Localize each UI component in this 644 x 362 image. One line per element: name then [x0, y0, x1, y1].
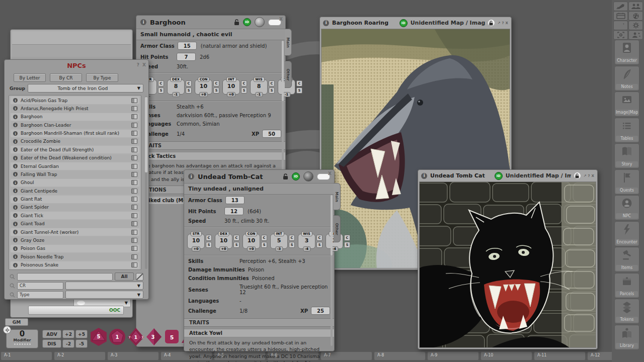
gear-icon[interactable] [628, 21, 643, 30]
list-item[interactable]: iGiant Tunnel-Ant (worker) [11, 228, 139, 236]
ability-score-box[interactable]: INT5-3 [270, 234, 288, 249]
sidebar-item-quests[interactable]: Quests [614, 169, 639, 195]
link-icon[interactable] [131, 230, 137, 235]
plus2-button[interactable]: +2 [62, 330, 74, 338]
list-item[interactable]: iAcid/Poison Gas Trap [11, 97, 139, 104]
help-icon[interactable]: ? [502, 21, 504, 25]
sidebar-item-imagemap[interactable]: Image|Map [614, 92, 639, 117]
person-sparkle-icon[interactable] [628, 30, 643, 40]
xp-value[interactable]: 25 [311, 307, 330, 315]
modifier-box[interactable]: 0 Modifier [6, 329, 38, 348]
info-icon[interactable]: i [13, 172, 18, 176]
trait-name[interactable]: Attack Yowl [184, 329, 334, 337]
window-titlebar[interactable]: i Barghoon ID [136, 16, 285, 29]
window-titlebar[interactable]: i Undead Tomb Cat ID Unidentified Map / … [418, 170, 597, 182]
target-icon[interactable] [613, 30, 628, 40]
save-button[interactable]: S [269, 87, 275, 94]
sidebar-item-parcels[interactable]: Parcels [614, 273, 639, 298]
check-button[interactable]: C [344, 235, 350, 241]
link-icon[interactable] [131, 172, 137, 177]
d12-die[interactable]: 1 [108, 327, 126, 347]
check-button[interactable]: C [296, 80, 302, 86]
close-icon[interactable]: X [142, 62, 146, 67]
cr-filter-input[interactable]: CR [17, 282, 63, 290]
tab-other[interactable]: Other [334, 215, 341, 242]
link-icon[interactable] [131, 238, 137, 243]
d8-die[interactable]: 3 [145, 327, 163, 347]
link-icon[interactable] [131, 164, 137, 169]
save-button[interactable]: S [316, 242, 323, 248]
ability-score-box[interactable]: DEX10+0 [215, 234, 232, 249]
type-filter-input[interactable]: Type [17, 291, 63, 299]
scrollbar-thumb[interactable] [145, 97, 147, 172]
edit-toggle-icon[interactable] [136, 273, 143, 281]
save-button[interactable]: S [296, 87, 302, 94]
chat-window-header[interactable] [12, 31, 131, 45]
tab-main[interactable]: Main [334, 183, 341, 210]
check-button[interactable]: C [206, 235, 212, 241]
info-icon[interactable]: i [13, 115, 18, 119]
list-item[interactable]: iEater of the Dead (full Strength) [11, 146, 139, 153]
link-icon[interactable] [131, 123, 137, 128]
link-icon[interactable] [131, 106, 137, 111]
list-item[interactable]: iGiant Toad [11, 220, 139, 228]
group-dropdown[interactable]: Tomb of the Iron God ▼ [28, 84, 143, 93]
lock-icon[interactable] [574, 172, 581, 179]
identified-badge-icon[interactable]: ID [243, 18, 251, 26]
link-icon[interactable] [131, 139, 137, 144]
armor-class-value[interactable]: 15 [178, 42, 197, 50]
info-icon[interactable]: i [13, 197, 18, 202]
check-button[interactable]: C [289, 235, 295, 241]
trait-name[interactable]: Pack Tactics [136, 152, 285, 160]
list-item[interactable]: iBarghoon [11, 113, 139, 121]
info-icon[interactable]: i [13, 246, 18, 251]
check-button[interactable]: C [241, 80, 247, 86]
link-icon[interactable] [131, 114, 137, 119]
hotkey-slot[interactable]: A-2 [54, 351, 106, 360]
sidebar-item-tables[interactable]: Tables [614, 118, 639, 143]
d20-die[interactable]: 5 [90, 327, 108, 347]
link-icon[interactable] [131, 155, 137, 160]
ability-score-box[interactable]: INT10+0 [222, 79, 240, 95]
save-button[interactable]: S [289, 242, 295, 248]
palette-icon[interactable] [628, 11, 643, 21]
info-icon[interactable]: i [13, 123, 18, 127]
sidebar-item-encounter[interactable]: Encounter [614, 221, 639, 246]
save-button[interactable]: S [206, 242, 212, 248]
link-icon[interactable] [131, 180, 137, 185]
hotkey-slot[interactable]: A-1 [1, 351, 52, 360]
expand-icon[interactable]: ↗ [584, 174, 587, 178]
search-input[interactable] [17, 273, 113, 281]
list-item[interactable]: iGiant Rat [11, 196, 139, 203]
info-icon[interactable]: i [13, 139, 18, 144]
ooc-mode-label[interactable]: OOC [109, 308, 120, 313]
list-item[interactable]: iGiant Centipede [11, 187, 139, 195]
link-icon[interactable] [131, 205, 137, 210]
plus5-button[interactable]: +5 [75, 330, 88, 338]
close-icon[interactable]: X [279, 17, 283, 22]
calendar-icon[interactable] [613, 11, 628, 21]
check-button[interactable]: C [213, 80, 219, 86]
advantage-button[interactable]: ADV [42, 330, 61, 338]
help-icon[interactable]: ? [137, 62, 139, 67]
info-icon[interactable]: i [13, 164, 18, 168]
info-icon[interactable]: i [13, 106, 18, 111]
info-icon[interactable]: i [13, 147, 18, 152]
list-item[interactable]: iBarghoon Clan-Leader [11, 121, 139, 129]
ability-score-box[interactable]: CON10+0 [243, 234, 260, 249]
sidebar-item-notes[interactable]: Notes [614, 66, 639, 91]
ability-score-box[interactable]: CON10+0 [195, 79, 212, 95]
cr-filter-dropdown[interactable]: ▼ [65, 282, 143, 290]
lock-icon[interactable] [488, 20, 495, 26]
link-icon[interactable] [131, 189, 137, 194]
d6-die[interactable]: 5 [163, 327, 180, 347]
link-icon[interactable] [131, 147, 137, 152]
disadvantage-button[interactable]: DIS [42, 339, 61, 348]
save-button[interactable]: S [233, 242, 239, 248]
ability-score-box[interactable]: WIS3-4 [298, 234, 315, 249]
link-icon[interactable] [131, 262, 137, 267]
window-title[interactable]: NPCs [5, 62, 148, 69]
check-button[interactable]: C [158, 80, 164, 86]
check-button[interactable]: C [269, 80, 275, 86]
lock-icon[interactable] [234, 19, 239, 26]
